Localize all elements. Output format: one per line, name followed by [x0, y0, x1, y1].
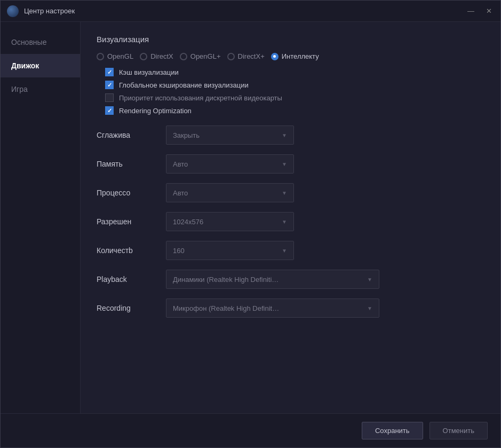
radio-label-directx: DirectX [150, 52, 173, 60]
chevron-down-icon-smoothing: ▼ [282, 132, 287, 138]
radio-circle-intellekt [271, 53, 279, 60]
chevron-down-icon-processor: ▼ [282, 190, 287, 196]
settings-label-smoothing: Сглажива [97, 131, 166, 139]
sidebar-item-osnovy[interactable]: Основные [1, 30, 80, 54]
window-title: Центр настроек [24, 7, 465, 15]
checkbox-label-cache-vis: Кэш визуализации [119, 68, 179, 76]
dropdown-text-quantity: 160 [173, 247, 185, 255]
radio-circle-opengl [97, 53, 104, 60]
checkbox-row-rendering-opt: Rendering Optimization [105, 106, 484, 115]
dropdown-text-smoothing: Закрыть [173, 131, 200, 139]
dropdown-text-processor: Авто [173, 189, 188, 197]
radio-label-opengl: OpenGL [107, 52, 133, 60]
dropdown-text-memory: Авто [173, 160, 188, 168]
chevron-down-icon-quantity: ▼ [282, 248, 287, 254]
checkbox-label-global-cache: Глобальное кэширование визуализации [119, 81, 249, 89]
settings-label-resolution: Разрешен [97, 217, 166, 226]
radio-circle-directx-plus [227, 53, 235, 60]
settings-row-processor: Процессо Авто ▼ [97, 183, 484, 202]
dropdown-quantity[interactable]: 160 ▼ [166, 241, 294, 260]
checkbox-rendering-opt[interactable] [105, 106, 114, 115]
settings-row-resolution: Разрешен 1024x576 ▼ [97, 212, 484, 231]
radio-directx-plus[interactable]: DirectX+ [227, 52, 265, 60]
app-logo [7, 5, 19, 17]
radio-label-intellekt: Интеллекту [282, 52, 319, 60]
chevron-down-icon-playback: ▼ [367, 277, 372, 282]
settings-row-memory: Память Авто ▼ [97, 154, 484, 174]
chevron-down-icon-memory: ▼ [282, 161, 287, 167]
settings-row-smoothing: Сглажива Закрыть ▼ [97, 125, 484, 145]
checkbox-row-global-cache: Глобальное кэширование визуализации [105, 81, 484, 89]
settings-label-playback: Playback [97, 275, 166, 284]
checkbox-row-discrete-gpu: Приоритет использования дискретной видео… [105, 93, 484, 102]
titlebar-controls: — ✕ [465, 7, 494, 14]
save-button[interactable]: Сохранить [362, 422, 423, 439]
visualization-radio-group: OpenGL DirectX OpenGL+ DirectX+ Интеллек… [97, 52, 484, 60]
sidebar-item-igra[interactable]: Игра [1, 77, 80, 101]
checkbox-label-rendering-opt: Rendering Optimization [119, 107, 192, 115]
checkbox-cache-vis[interactable] [105, 68, 114, 76]
settings-row-quantity: Количестb 160 ▼ [97, 241, 484, 260]
settings-row-playback: Playback Динамики (Realtek High Definiti… [97, 270, 484, 289]
minimize-button[interactable]: — [465, 7, 476, 14]
visualization-title: Визуализация [97, 35, 484, 44]
chevron-down-icon-resolution: ▼ [282, 219, 287, 225]
dropdown-processor[interactable]: Авто ▼ [166, 183, 294, 202]
checkbox-discrete-gpu[interactable] [105, 93, 114, 102]
sidebar: Основные Движок Игра [1, 22, 81, 413]
dropdown-resolution[interactable]: 1024x576 ▼ [166, 212, 294, 231]
dropdown-text-recording: Микрофон (Realtek High Definition Aud [173, 304, 280, 312]
settings-label-recording: Recording [97, 304, 166, 312]
radio-opengl[interactable]: OpenGL [97, 52, 133, 60]
titlebar: Центр настроек — ✕ [1, 1, 500, 22]
radio-label-directx-plus: DirectX+ [238, 52, 265, 60]
dropdown-text-playback: Динамики (Realtek High Definition Aud [173, 276, 280, 284]
checkbox-row-cache-vis: Кэш визуализации [105, 68, 484, 76]
dropdown-text-resolution: 1024x576 [173, 218, 203, 226]
dropdown-recording[interactable]: Микрофон (Realtek High Definition Aud ▼ [166, 298, 379, 318]
radio-directx[interactable]: DirectX [140, 52, 173, 60]
dropdown-playback[interactable]: Динамики (Realtek High Definition Aud ▼ [166, 270, 379, 289]
chevron-down-icon-recording: ▼ [367, 305, 372, 311]
radio-intellekt[interactable]: Интеллекту [271, 52, 319, 60]
cancel-button[interactable]: Отменить [430, 422, 488, 439]
dropdown-memory[interactable]: Авто ▼ [166, 154, 294, 174]
settings-label-memory: Память [97, 160, 166, 168]
settings-label-quantity: Количестb [97, 246, 166, 255]
footer: Сохранить Отменить [1, 413, 500, 447]
sidebar-item-dvizhok[interactable]: Движок [1, 54, 80, 77]
checkbox-label-discrete-gpu: Приоритет использования дискретной видео… [119, 94, 282, 102]
main-content: Визуализация OpenGL DirectX OpenGL+ Di [81, 22, 500, 413]
dropdown-smoothing[interactable]: Закрыть ▼ [166, 125, 294, 145]
radio-opengl-plus[interactable]: OpenGL+ [180, 52, 221, 60]
settings-window: Центр настроек — ✕ Основные Движок Игра … [0, 0, 501, 448]
checkbox-group: Кэш визуализации Глобальное кэширование … [97, 68, 484, 115]
radio-circle-directx [140, 53, 147, 60]
close-button[interactable]: ✕ [484, 7, 494, 14]
window-content: Основные Движок Игра Визуализация OpenGL [1, 22, 500, 413]
checkbox-global-cache[interactable] [105, 81, 114, 89]
settings-label-processor: Процессо [97, 188, 166, 197]
radio-label-opengl-plus: OpenGL+ [190, 52, 221, 60]
settings-row-recording: Recording Микрофон (Realtek High Definit… [97, 298, 484, 318]
radio-circle-opengl-plus [180, 53, 187, 60]
